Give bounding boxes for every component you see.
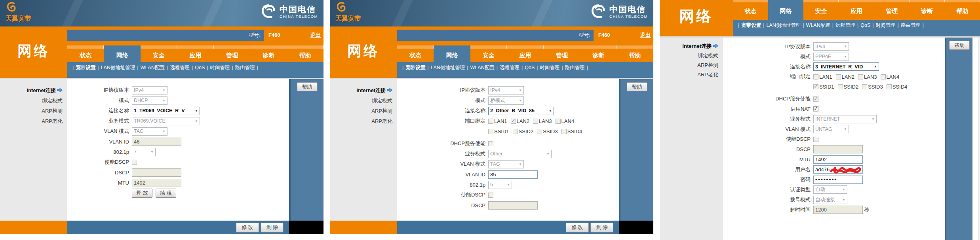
enable-dscp-checkbox[interactable] [132,160,137,165]
mode-select[interactable]: 桥模式▼ [488,96,524,105]
port-binding-lan-lan3-checkbox[interactable] [858,74,863,79]
ip-protocol-version-select[interactable]: IPv4▼ [488,86,524,94]
tab-diagnostics[interactable]: 诊断 [250,45,287,62]
vlan-mode-select[interactable]: TAG▼ [132,127,167,136]
nav-binding-mode[interactable]: 绑定模式 [330,96,397,106]
vlan-mode-select[interactable]: TAG▼ [488,160,524,168]
submenu-wlan-config[interactable]: WLAN配置 [141,65,165,70]
port-binding-ssid-ssid4-checkbox[interactable] [561,129,567,134]
submenu-time-management[interactable]: 时间管理 [210,65,230,70]
tab-status[interactable]: 状态 [67,45,104,62]
nav-arp-detection[interactable]: ARP检测 [0,106,67,116]
dhcp-service-enable-checkbox[interactable] [488,141,493,146]
modify-button[interactable]: 修 改 [236,223,259,232]
mode-select[interactable]: DHCP▼ [132,96,167,105]
port-binding-lan-lan1-checkbox[interactable] [813,74,818,79]
tab-network[interactable]: 网络 [434,45,470,62]
submenu-lan-address-management[interactable]: LAN侧地址管理 [431,65,465,70]
service-mode-select[interactable]: TR069,VOICE▼ [132,117,200,125]
help-button[interactable]: 帮助 [627,82,647,91]
service-mode-select[interactable]: Other▼ [488,150,552,158]
submenu-qos[interactable]: QoS [525,65,535,70]
submenu-remote-management[interactable]: 远程管理 [170,65,190,70]
tab-network[interactable]: 网络 [768,0,803,20]
submenu-route-management[interactable]: 路由管理 [235,65,255,70]
port-binding-ssid-ssid2-checkbox[interactable] [513,129,518,134]
timeout-input[interactable]: 1200 [813,206,863,214]
tab-help[interactable]: 帮助 [287,45,323,62]
nav-internet-connection[interactable]: Internet连接 [660,42,723,51]
connection-name-select[interactable]: 1_TR069_VOICE_R_V▼ [132,107,200,115]
submenu-route-management[interactable]: 路由管理 [565,65,585,70]
submenu-route-management[interactable]: 路由管理 [901,23,921,28]
logout-link[interactable]: 退出 [640,30,651,41]
service-mode-select[interactable]: INTERNET▼ [813,115,877,123]
submenu-qos[interactable]: QoS [860,23,870,28]
port-binding-lan-lan4-checkbox[interactable] [556,119,561,124]
nav-internet-connection[interactable]: Internet连接 [330,85,397,96]
tab-security[interactable]: 安全 [141,45,177,62]
enable-dscp-checkbox[interactable] [488,193,493,198]
port-binding-lan-lan2-checkbox[interactable] [836,74,841,79]
mtu-input[interactable]: 1492 [813,155,863,164]
dscp-input[interactable] [813,145,863,153]
port-binding-lan-lan4-checkbox[interactable] [881,74,886,79]
password-input[interactable]: •••••••• [813,176,863,184]
tab-diagnostics[interactable]: 诊断 [580,45,617,62]
mtu-input[interactable]: 1492 [132,179,181,187]
tab-security[interactable]: 安全 [470,45,507,62]
nav-arp-aging[interactable]: ARP老化 [330,116,397,127]
tab-applications[interactable]: 应用 [177,45,213,62]
tab-applications[interactable]: 应用 [839,0,874,20]
nav-internet-connection[interactable]: Internet连接 [0,85,67,96]
submenu-wlan-config[interactable]: WLAN配置 [470,65,495,70]
tab-status[interactable]: 状态 [733,0,768,20]
vlan-mode-select[interactable]: UNTAG▼ [813,125,849,133]
submenu-time-management[interactable]: 时间管理 [875,23,895,28]
port-binding-lan-lan2-checkbox[interactable]: ✓ [511,119,516,124]
connection-name-select[interactable]: 2_Other_B_VID_85▼ [488,107,554,115]
vlan-id-input[interactable]: 85 [488,170,538,179]
ip-protocol-version-select[interactable]: IPv4▼ [813,42,849,51]
tab-help[interactable]: 帮助 [617,45,653,62]
enable-nat-checkbox[interactable]: ✓ [813,106,818,111]
ip-protocol-version-select[interactable]: IPv4▼ [132,86,167,94]
release-button[interactable]: 释 放 [132,189,152,198]
renew-button[interactable]: 续 租 [156,189,176,198]
dial-mode-select[interactable]: 自动连接▼ [813,196,847,204]
port-binding-ssid-ssid1-checkbox[interactable] [488,129,493,134]
port-binding-ssid-ssid3-checkbox[interactable] [537,129,542,134]
enable-dscp-checkbox[interactable] [813,137,818,142]
connection-name-select[interactable]: 3_INTERNET_R_VID_▼ [813,62,879,71]
delete-button[interactable]: 删 除 [261,223,284,232]
logout-link[interactable]: 退出 [310,30,321,41]
modify-button[interactable]: 修 改 [566,223,589,232]
submenu-broadband-settings[interactable]: 宽带设置 [76,65,95,70]
port-binding-lan-lan1-checkbox[interactable] [488,119,493,124]
submenu-lan-address-management[interactable]: LAN侧地址管理 [101,65,135,70]
submenu-broadband-settings[interactable]: 宽带设置 [405,65,425,70]
port-binding-lan-lan3-checkbox[interactable] [533,119,538,124]
tab-management[interactable]: 管理 [874,0,910,20]
dhcp-service-enable-checkbox[interactable]: ✓ [813,96,818,102]
auth-type-select[interactable]: 自动▼ [813,185,847,194]
submenu-wlan-config[interactable]: WLAN配置 [806,23,830,28]
mode-select[interactable]: PPPoE▼ [813,53,849,61]
tab-security[interactable]: 安全 [803,0,839,20]
priority-802-1p-select[interactable]: 7▼ [132,148,156,156]
dscp-input[interactable] [488,201,538,210]
port-binding-ssid-ssid4-checkbox[interactable] [887,84,892,89]
submenu-qos[interactable]: QoS [195,65,205,70]
submenu-remote-management[interactable]: 远程管理 [500,65,519,70]
nav-arp-detection[interactable]: ARP检测 [660,60,723,70]
tab-status[interactable]: 状态 [397,45,434,62]
nav-arp-detection[interactable]: ARP检测 [330,106,397,116]
help-button[interactable]: 帮助 [297,82,318,91]
port-binding-ssid-ssid2-checkbox[interactable] [838,84,843,89]
tab-help[interactable]: 帮助 [945,0,980,20]
nav-binding-mode[interactable]: 绑定模式 [660,51,723,60]
nav-arp-aging[interactable]: ARP老化 [660,70,723,79]
dscp-input[interactable] [132,168,181,177]
tab-management[interactable]: 管理 [214,45,250,62]
submenu-time-management[interactable]: 时间管理 [540,65,559,70]
